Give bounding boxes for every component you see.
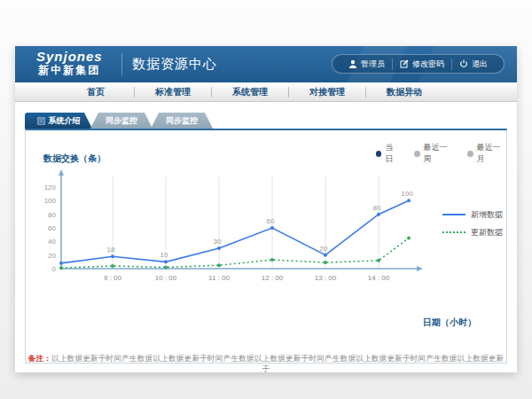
svg-text:30: 30 <box>214 238 222 246</box>
period-option-last-month[interactable]: 最近一月 <box>467 142 506 165</box>
tab-sync-monitor-2[interactable]: 同步监控 <box>151 113 213 129</box>
tab-label: 系统介绍 <box>49 115 81 127</box>
legend-label: 更新数据 <box>471 227 503 239</box>
tab-label: 同步监控 <box>166 115 198 127</box>
radio-unselected-icon <box>467 151 473 157</box>
period-label: 最近一月 <box>477 142 506 165</box>
current-user-label: 管理员 <box>361 59 385 70</box>
svg-text:80: 80 <box>48 211 56 219</box>
svg-text:18: 18 <box>107 246 115 254</box>
logout-button[interactable]: 退出 <box>451 59 495 70</box>
radio-selected-icon <box>376 151 381 157</box>
line-chart: 0204060801001209 : 0010 : 0011 : 0012 : … <box>36 166 435 308</box>
nav-item-data-change[interactable]: 数据异动 <box>366 82 442 101</box>
period-filter: 当日 最近一周 最近一月 <box>376 142 506 165</box>
tab-system-intro[interactable]: 系统介绍 <box>25 113 92 129</box>
chart-legend: 新增数据 更新数据 <box>442 206 503 241</box>
change-password-button[interactable]: 修改密码 <box>392 59 451 70</box>
user-toolbar: 管理员 修改密码 退出 <box>332 54 505 74</box>
current-user-button[interactable]: 管理员 <box>341 59 392 70</box>
legend-label: 新增数据 <box>471 209 503 221</box>
svg-text:100: 100 <box>401 190 413 198</box>
brand-logo: Synjones 新中新集团 <box>36 49 103 76</box>
legend-line-dotted-icon <box>442 231 466 233</box>
svg-text:11 : 00: 11 : 00 <box>208 274 230 282</box>
svg-text:0: 0 <box>52 265 57 273</box>
nav-item-standard-mgmt[interactable]: 标准管理 <box>135 82 211 101</box>
period-label: 当日 <box>385 142 400 165</box>
page-background: Synjones 新中新集团 数据资源中心 管理员 修改密码 <box>0 0 532 399</box>
header: Synjones 新中新集团 数据资源中心 管理员 修改密码 <box>15 46 517 82</box>
period-label: 最近一周 <box>424 142 453 165</box>
svg-text:10 : 00: 10 : 00 <box>155 274 177 282</box>
svg-text:60: 60 <box>48 224 56 232</box>
tab-bar: 系统介绍 同步监控 同步监控 <box>25 113 213 129</box>
brand-logo-en: Synjones <box>36 49 103 64</box>
svg-text:12 : 00: 12 : 00 <box>262 274 284 282</box>
document-icon <box>37 117 45 125</box>
content-panel: 当日 最近一周 最近一月 数据交换（条） 0204060801001209 : … <box>25 129 507 364</box>
svg-text:13 : 00: 13 : 00 <box>315 274 337 282</box>
svg-text:40: 40 <box>48 238 56 246</box>
x-axis-title: 日期（小时） <box>423 317 476 329</box>
nav-item-system-mgmt[interactable]: 系统管理 <box>212 82 288 101</box>
edit-icon <box>400 59 409 68</box>
header-divider <box>121 53 122 75</box>
footnote: 备注：以上数据更新于时间产生数据以上数据更新于时间产生数据以上数据更新于时间产生… <box>26 354 506 375</box>
nav-item-home[interactable]: 首页 <box>58 82 134 101</box>
legend-line-solid-icon <box>442 214 466 215</box>
logout-label: 退出 <box>472 59 488 70</box>
period-option-last-week[interactable]: 最近一周 <box>414 142 453 165</box>
brand-logo-cn: 新中新集团 <box>36 64 103 76</box>
footnote-text: 以上数据更新于时间产生数据以上数据更新于时间产生数据以上数据更新于时间产生数据以… <box>51 354 504 373</box>
svg-text:10: 10 <box>160 251 168 259</box>
svg-text:60: 60 <box>267 217 275 225</box>
tab-sync-monitor-1[interactable]: 同步监控 <box>90 113 153 129</box>
change-password-label: 修改密码 <box>412 59 444 70</box>
y-axis-title: 数据交换（条） <box>43 153 106 165</box>
user-icon <box>348 59 357 68</box>
svg-text:80: 80 <box>373 204 381 212</box>
svg-text:100: 100 <box>44 197 57 205</box>
svg-text:120: 120 <box>44 184 57 192</box>
tab-label: 同步监控 <box>106 115 137 127</box>
radio-unselected-icon <box>414 151 420 157</box>
legend-item-new-data: 新增数据 <box>442 206 503 223</box>
power-icon <box>459 59 468 68</box>
app-title: 数据资源中心 <box>132 56 217 73</box>
nav-item-interface-mgmt[interactable]: 对接管理 <box>289 82 365 101</box>
legend-item-updated-data: 更新数据 <box>442 223 503 241</box>
app-window: Synjones 新中新集团 数据资源中心 管理员 修改密码 <box>15 46 517 372</box>
svg-text:9 : 00: 9 : 00 <box>104 274 122 282</box>
svg-text:14 : 00: 14 : 00 <box>368 274 390 282</box>
svg-text:20: 20 <box>48 252 56 260</box>
main-nav: 首页 标准管理 系统管理 对接管理 数据异动 <box>15 82 517 102</box>
footnote-label: 备注： <box>28 354 51 363</box>
period-option-today[interactable]: 当日 <box>376 142 400 165</box>
svg-text:20: 20 <box>320 245 328 253</box>
